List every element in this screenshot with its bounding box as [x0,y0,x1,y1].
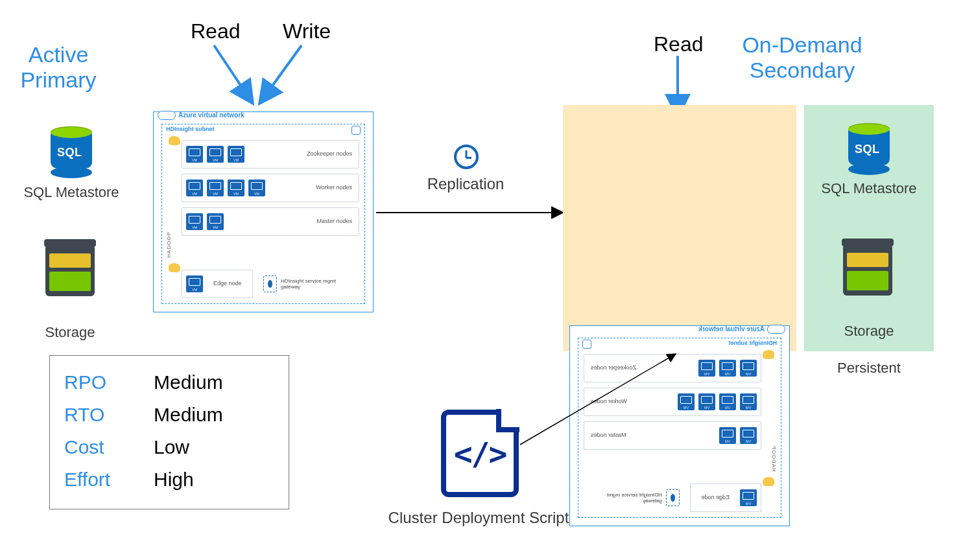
metrics-row: EffortHigh [64,463,274,496]
vm-icon [207,213,224,230]
vm-icon [719,393,736,410]
vm-icon [698,393,715,410]
metrics-row: RTOMedium [64,399,274,431]
vm-icon [740,427,757,444]
storage-icon-right [842,236,894,296]
vm-icon [228,180,244,196]
svg-line-0 [214,45,253,104]
hadoop-elephant-icon [763,477,774,486]
label-storage-left: Storage [38,324,102,341]
label-storage-right: Storage [837,323,901,340]
hadoop-label: HADOOP [771,445,777,472]
lock-icon [351,126,361,135]
svg-line-4 [520,354,676,445]
vm-icon [740,393,757,410]
sql-icon-left: SQL [45,126,97,178]
subnet-title: HDInsight subnet [729,340,778,346]
vm-icon [207,180,224,196]
sql-icon-right: SQL [843,123,895,175]
cloud-icon [158,111,176,120]
gateway-icon [263,275,277,292]
mgmt-gateway: HDInsight service mgmt gateway [602,484,680,512]
hadoop-elephant-icon [169,136,180,145]
title-ondemand-secondary: On-Demand Secondary [728,32,877,83]
script-icon: </> [441,410,519,497]
label-persistent: Persistent [830,360,908,377]
vm-icon [740,360,757,377]
vnet-title: Azure virtual network [178,111,244,119]
arrow-replication [376,206,571,219]
subnet-title: HDInsight subnet [166,126,215,132]
label-read-right: Read [654,32,704,56]
primary-cluster-vnet: Azure virtual network HDInsight subnet H… [153,111,374,312]
edge-row: Edge node [690,484,761,512]
cloud-icon [767,325,785,334]
vm-icon [228,146,244,163]
master-row: Master nodes [182,207,359,236]
mgmt-gateway: HDInsight service mgmt gateway [263,270,341,298]
gateway-icon [666,489,680,506]
vm-icon [248,180,265,196]
metrics-row: RPOMedium [64,366,274,399]
vm-icon [207,146,224,163]
arrows-rw-left [195,39,337,117]
svg-line-1 [259,45,302,104]
vm-icon [719,427,736,444]
vnet-title: Azure virtual network [698,325,765,332]
ondemand-container [563,105,796,351]
label-sql-metastore-left: SQL Metastore [23,184,120,201]
vm-icon [186,275,203,292]
label-script: Cluster Deployment Script [381,509,576,527]
metrics-table: RPOMedium RTOMedium CostLow EffortHigh [49,355,289,509]
vm-icon [186,146,203,163]
zookeeper-row: Zookeeper nodes [182,140,359,169]
arrow-script-to-secondary [520,347,689,451]
edge-row: Edge node [182,270,253,298]
worker-row: Worker nodes [182,174,359,202]
vm-icon [740,489,757,506]
vm-icon [186,213,203,230]
vm-icon [698,360,715,377]
label-replication: Replication [420,175,511,193]
hadoop-label: HADOOP [166,231,172,258]
hadoop-elephant-icon [763,350,774,359]
hadoop-elephant-icon [169,263,180,272]
vm-icon [186,180,203,196]
title-active-primary: Active Primary [6,42,110,93]
metrics-row: CostLow [64,431,274,463]
vm-icon [719,360,736,377]
clock-icon [454,145,479,169]
storage-icon-left [44,237,96,296]
label-sql-metastore-right: SQL Metastore [820,180,918,197]
